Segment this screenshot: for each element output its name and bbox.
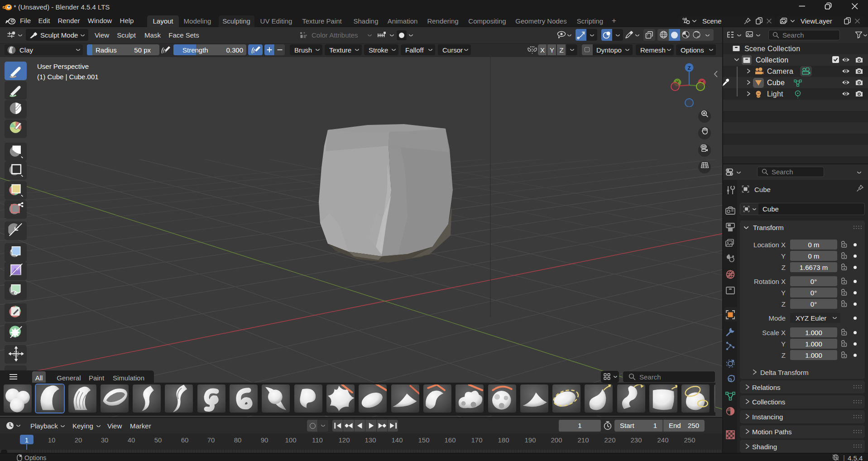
svg-text:Z: Z xyxy=(688,65,691,71)
